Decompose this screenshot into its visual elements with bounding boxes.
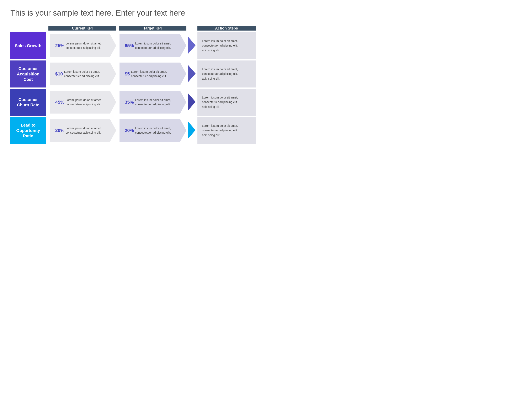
current-kpi-arrow-lead-to-opportunity-ratio: 20% Lorem ipsum dolor sit amet, consecte…	[50, 119, 116, 142]
connector-cell-customer-churn-rate	[186, 89, 198, 116]
current-kpi-value-customer-acquisition-cost: $10	[55, 71, 63, 77]
connector-arrow-lead-to-opportunity-ratio	[188, 122, 196, 138]
label-cell-customer-churn-rate: Customer Churn Rate	[10, 89, 46, 116]
target-kpi-text-sales-growth: Lorem ipsum dolor sit amet, consectetuer…	[135, 41, 178, 50]
target-kpi-cell-customer-churn-rate: 35% Lorem ipsum dolor sit amet, consecte…	[119, 89, 186, 116]
current-kpi-cell-lead-to-opportunity-ratio: 20% Lorem ipsum dolor sit amet, consecte…	[48, 117, 116, 144]
header-action-steps: Action Steps	[197, 26, 256, 31]
current-kpi-text-lead-to-opportunity-ratio: Lorem ipsum dolor sit amet, consectetuer…	[66, 126, 108, 135]
current-kpi-cell-customer-churn-rate: 45% Lorem ipsum dolor sit amet, consecte…	[48, 89, 116, 116]
target-kpi-text-lead-to-opportunity-ratio: Lorem ipsum dolor sit amet, consectetuer…	[135, 126, 178, 135]
kpi-table: Current KPI Target KPI Action Steps Sale…	[10, 26, 256, 144]
current-kpi-arrow-customer-acquisition-cost: $10 Lorem ipsum dolor sit amet, consecte…	[50, 63, 116, 85]
action-cell-customer-acquisition-cost: Lorem ipsum dolor sit amet, consectetuer…	[197, 60, 256, 88]
target-kpi-cell-lead-to-opportunity-ratio: 20% Lorem ipsum dolor sit amet, consecte…	[119, 117, 186, 144]
row-customer-churn-rate: Customer Churn Rate 45% Lorem ipsum dolo…	[10, 89, 256, 116]
current-kpi-text-customer-churn-rate: Lorem ipsum dolor sit amet, consectetuer…	[66, 98, 108, 107]
label-cell-customer-acquisition-cost: Customer Acquisition Cost	[10, 60, 46, 88]
connector-cell-customer-acquisition-cost	[186, 60, 198, 88]
current-kpi-value-sales-growth: 25%	[55, 43, 64, 48]
action-cell-customer-churn-rate: Lorem ipsum dolor sit amet, consectetuer…	[197, 89, 256, 116]
connector-arrow-sales-growth	[188, 37, 196, 54]
target-kpi-text-customer-churn-rate: Lorem ipsum dolor sit amet, consectetuer…	[135, 98, 178, 107]
target-kpi-value-sales-growth: 65%	[125, 43, 134, 48]
current-kpi-cell-sales-growth: 25% Lorem ipsum dolor sit amet, consecte…	[48, 32, 116, 59]
label-box-customer-churn-rate: Customer Churn Rate	[10, 89, 46, 116]
connector-arrow-customer-acquisition-cost	[188, 65, 196, 82]
target-kpi-arrow-customer-churn-rate: 35% Lorem ipsum dolor sit amet, consecte…	[120, 91, 186, 114]
target-kpi-value-customer-acquisition-cost: $5	[125, 71, 130, 77]
header-empty	[10, 26, 46, 31]
row-sales-growth: Sales Growth 25% Lorem ipsum dolor sit a…	[10, 32, 256, 59]
target-kpi-text-customer-acquisition-cost: Lorem ipsum dolor sit amet, consectetuer…	[131, 70, 178, 78]
target-kpi-value-customer-churn-rate: 35%	[125, 100, 134, 105]
target-kpi-cell-sales-growth: 65% Lorem ipsum dolor sit amet, consecte…	[119, 32, 186, 59]
current-kpi-value-lead-to-opportunity-ratio: 20%	[55, 128, 64, 133]
connector-cell-sales-growth	[186, 32, 198, 59]
page-title: This is your sample text here. Enter you…	[10, 8, 256, 18]
target-kpi-arrow-customer-acquisition-cost: $5 Lorem ipsum dolor sit amet, consectet…	[120, 63, 186, 85]
current-kpi-cell-customer-acquisition-cost: $10 Lorem ipsum dolor sit amet, consecte…	[48, 60, 116, 88]
header-current-kpi: Current KPI	[48, 26, 116, 31]
label-box-customer-acquisition-cost: Customer Acquisition Cost	[10, 60, 46, 88]
label-cell-sales-growth: Sales Growth	[10, 32, 46, 59]
row-customer-acquisition-cost: Customer Acquisition Cost $10 Lorem ipsu…	[10, 60, 256, 88]
current-kpi-arrow-customer-churn-rate: 45% Lorem ipsum dolor sit amet, consecte…	[50, 91, 116, 114]
connector-arrow-customer-churn-rate	[188, 94, 196, 110]
current-kpi-text-customer-acquisition-cost: Lorem ipsum dolor sit amet, consectetuer…	[64, 70, 108, 78]
target-kpi-cell-customer-acquisition-cost: $5 Lorem ipsum dolor sit amet, consectet…	[119, 60, 186, 88]
target-kpi-arrow-lead-to-opportunity-ratio: 20% Lorem ipsum dolor sit amet, consecte…	[120, 119, 186, 142]
header-target-kpi: Target KPI	[119, 26, 186, 31]
header-row: Current KPI Target KPI Action Steps	[10, 26, 256, 31]
connector-cell-lead-to-opportunity-ratio	[186, 117, 198, 144]
current-kpi-value-customer-churn-rate: 45%	[55, 100, 64, 105]
label-cell-lead-to-opportunity-ratio: Lead to Opportunity Ratio	[10, 117, 46, 144]
target-kpi-value-lead-to-opportunity-ratio: 20%	[125, 128, 134, 133]
row-lead-to-opportunity-ratio: Lead to Opportunity Ratio 20% Lorem ipsu…	[10, 117, 256, 144]
action-cell-lead-to-opportunity-ratio: Lorem ipsum dolor sit amet, consectetuer…	[197, 117, 256, 144]
target-kpi-arrow-sales-growth: 65% Lorem ipsum dolor sit amet, consecte…	[120, 34, 186, 57]
label-box-lead-to-opportunity-ratio: Lead to Opportunity Ratio	[10, 117, 46, 144]
action-cell-sales-growth: Lorem ipsum dolor sit amet, consectetuer…	[197, 32, 256, 59]
current-kpi-arrow-sales-growth: 25% Lorem ipsum dolor sit amet, consecte…	[50, 34, 116, 57]
current-kpi-text-sales-growth: Lorem ipsum dolor sit amet, consectetuer…	[66, 41, 108, 50]
label-box-sales-growth: Sales Growth	[10, 32, 46, 59]
